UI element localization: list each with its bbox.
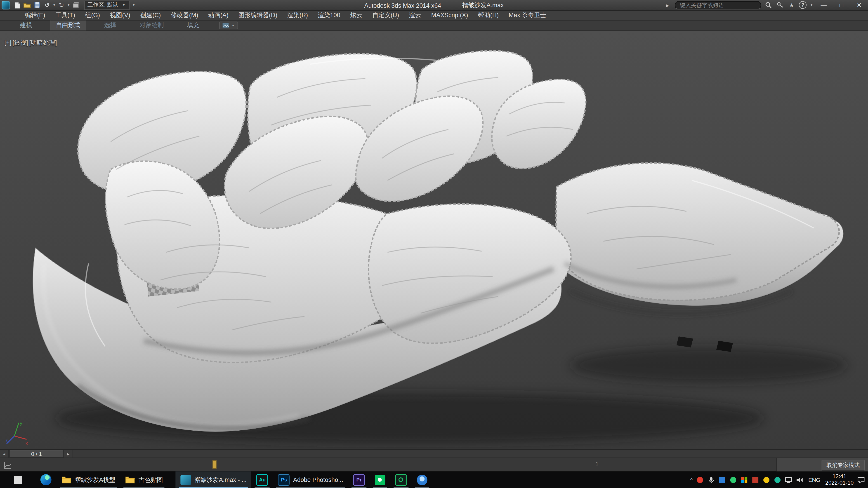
taskbar-folder-sofa-model[interactable]: 褶皱沙发A模型 [57, 471, 120, 488]
menu-maxscript[interactable]: MAXScript(X) [426, 11, 473, 20]
windows-taskbar: 褶皱沙发A模型 古色贴图 褶皱沙发A.max - ... Au Ps Adobe… [0, 471, 868, 488]
next-frame-button[interactable]: ▸ [64, 450, 73, 457]
menu-views[interactable]: 视图(V) [105, 11, 135, 20]
undo-icon[interactable]: ↺ [42, 0, 52, 10]
taskbar-3dsmax-button[interactable]: 褶皱沙发A.max - ... [176, 471, 252, 488]
folder-icon [125, 476, 135, 484]
redo-icon[interactable]: ↻ [57, 0, 66, 10]
menu-create[interactable]: 创建(C) [135, 11, 166, 20]
menu-antivirus[interactable]: Max 杀毒卫士 [504, 11, 551, 20]
time-slider-row: ◂ 0 / 1 ▸ [0, 449, 868, 458]
title-bar: ↺ ▾ ↻ ▾ 工作区: 默认 ▾ ▾ Autodesk 3ds Max 201… [0, 0, 868, 11]
premiere-icon: Pr [353, 474, 365, 486]
menu-modifiers[interactable]: 修改器(M) [166, 11, 203, 20]
taskbar-edge-button[interactable] [35, 471, 57, 488]
ribbon-tab-object-paint[interactable]: 对象绘制 [134, 20, 169, 31]
volume-icon[interactable] [796, 476, 803, 483]
tray-icon-7[interactable] [774, 476, 781, 483]
frame-indicator[interactable]: 0 / 1 [9, 450, 64, 457]
search-icon[interactable] [764, 0, 773, 9]
tray-icon-6[interactable] [763, 476, 770, 483]
taskbar-3dsmax-label: 褶皱沙发A.max - ... [194, 476, 247, 484]
infocenter: ▸ ★ ? ▾ [663, 0, 815, 9]
3dsmax-app-logo[interactable] [2, 1, 10, 9]
menu-render100[interactable]: 渲染100 [313, 11, 345, 20]
close-button[interactable]: × [850, 0, 868, 10]
taskbar-clock[interactable]: 12:41 2022-01-10 [825, 473, 854, 486]
tray-icon-3[interactable] [730, 476, 737, 483]
track-bar[interactable]: 1 取消专家模式 [0, 457, 868, 471]
ribbon-image-icon [222, 23, 229, 28]
workspace-dropdown[interactable]: 工作区: 默认 ▾ [84, 0, 129, 10]
taskbar-folder-textures[interactable]: 古色贴图 [120, 471, 168, 488]
windows-logo-icon [13, 476, 22, 484]
ribbon-tab-selection[interactable]: 选择 [98, 20, 122, 31]
time-slider-track[interactable] [73, 450, 868, 457]
workspace-label: 工作区: 默认 [88, 1, 118, 9]
menu-tools[interactable]: 工具(T) [50, 11, 80, 20]
taskbar-photoshop-button[interactable]: Ps Adobe Photosho... [273, 471, 348, 488]
save-icon[interactable] [32, 0, 42, 10]
taskbar-folder-label: 古色贴图 [138, 476, 163, 484]
menu-graph-editors[interactable]: 图形编辑器(D) [234, 11, 282, 20]
previous-frame-button[interactable]: ◂ [0, 450, 9, 457]
mini-curve-editor-button[interactable] [3, 461, 12, 470]
new-file-icon[interactable] [12, 0, 22, 10]
microphone-icon[interactable] [708, 476, 715, 483]
menu-edit[interactable]: 编辑(E) [20, 11, 50, 20]
tray-overflow-chevron-icon[interactable]: ^ [690, 477, 692, 482]
folder-icon [61, 476, 71, 484]
sign-in-key-icon[interactable] [776, 0, 784, 9]
maximize-button[interactable]: □ [833, 0, 850, 10]
taskbar-app-button-green[interactable] [370, 471, 391, 488]
ribbon-tab-populate[interactable]: 填充 [182, 20, 205, 31]
dark-app-icon [395, 474, 407, 486]
tray-icon-5[interactable] [752, 476, 759, 483]
viewport-pov-menu[interactable]: [透视] [12, 39, 28, 47]
menu-bar: 编辑(E) 工具(T) 组(G) 视图(V) 创建(C) 修改器(M) 动画(A… [0, 11, 868, 21]
favorites-star-icon[interactable]: ★ [787, 0, 796, 9]
infocenter-search-input[interactable] [675, 1, 761, 9]
undo-dropdown-icon[interactable]: ▾ [52, 3, 57, 7]
tray-icon-4[interactable] [741, 476, 748, 483]
taskbar-app-button-dark[interactable] [390, 471, 412, 488]
action-center-icon[interactable] [857, 476, 865, 483]
viewport-general-menu[interactable]: [+] [4, 39, 11, 47]
ribbon-state-toggle[interactable]: ▾ [219, 22, 238, 29]
menu-rendering[interactable]: 渲染(R) [282, 11, 313, 20]
taskbar-app-button-blue[interactable] [412, 471, 432, 488]
open-file-icon[interactable] [22, 0, 32, 10]
help-dropdown-icon[interactable]: ▾ [809, 3, 814, 7]
menu-group[interactable]: 组(G) [80, 11, 105, 20]
scene-fetch-icon[interactable] [71, 0, 81, 10]
tray-icon-2[interactable] [719, 476, 726, 483]
ribbon-tab-freeform[interactable]: 自由形式 [50, 20, 86, 31]
menu-xuanyun[interactable]: 炫云 [345, 11, 367, 20]
current-frame-key-marker[interactable] [213, 460, 216, 469]
axis-y-label: y [20, 421, 22, 426]
menu-customize[interactable]: 自定义(U) [367, 11, 404, 20]
quick-access-overflow-icon[interactable]: ▾ [131, 3, 136, 7]
help-icon[interactable]: ? [799, 1, 807, 9]
workspace-caret-icon: ▾ [122, 3, 126, 7]
redo-dropdown-icon[interactable]: ▾ [66, 3, 71, 7]
sofa-3d-render[interactable] [0, 31, 868, 449]
perspective-viewport[interactable]: [+] [透视] [明暗处理] [0, 31, 868, 449]
infocenter-collapse-icon[interactable]: ▸ [663, 0, 672, 9]
audition-icon: Au [256, 474, 268, 486]
taskbar-premiere-button[interactable]: Pr [348, 471, 370, 488]
menu-animation[interactable]: 动画(A) [203, 11, 234, 20]
cancel-expert-mode-button[interactable]: 取消专家模式 [822, 459, 865, 470]
menu-xuanyun2[interactable]: 渲云 [404, 11, 426, 20]
language-indicator[interactable]: ENG [807, 477, 822, 483]
tray-icon-1[interactable] [696, 476, 704, 483]
ribbon-tab-modeling[interactable]: 建模 [14, 20, 38, 31]
minimize-button[interactable]: — [815, 0, 833, 10]
viewport-shading-menu[interactable]: [明暗处理] [29, 39, 57, 47]
start-button[interactable] [0, 471, 35, 488]
track-bar-tick-label: 1 [596, 461, 598, 466]
menu-help[interactable]: 帮助(H) [473, 11, 504, 20]
network-icon[interactable] [785, 476, 792, 483]
taskbar-audition-button[interactable]: Au [252, 471, 273, 488]
green-app-icon [375, 475, 385, 485]
